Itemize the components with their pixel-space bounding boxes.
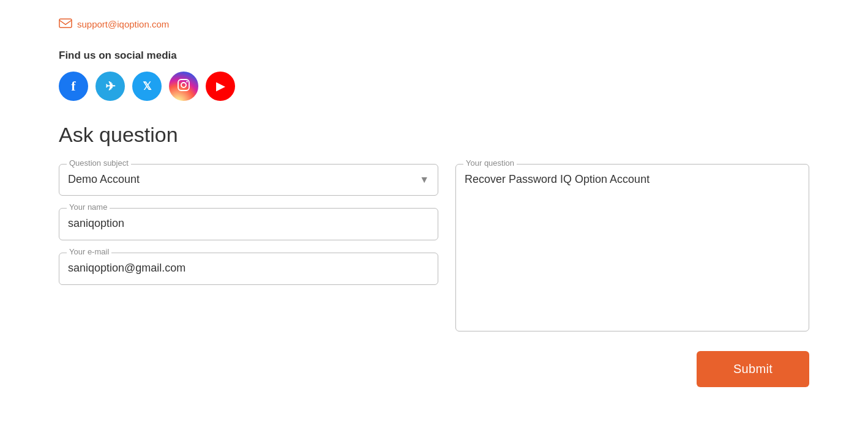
youtube-icon: ▶ xyxy=(216,80,225,93)
telegram-link[interactable]: ✈ xyxy=(95,72,125,101)
ask-question-section: Ask question Question subject Demo Accou… xyxy=(59,123,809,387)
question-subject-wrapper: Question subject Demo Account Real Accou… xyxy=(59,164,438,196)
twitter-icon: 𝕏 xyxy=(143,80,152,93)
email-icon xyxy=(59,18,72,30)
submit-button[interactable]: Submit xyxy=(697,351,809,387)
form-left-column: Question subject Demo Account Real Accou… xyxy=(59,164,438,331)
social-section-label: Find us on social media xyxy=(59,50,809,62)
your-name-wrapper: Your name xyxy=(59,208,438,240)
svg-rect-0 xyxy=(59,19,72,28)
svg-point-3 xyxy=(186,81,187,82)
email-address-text: support@iqoption.com xyxy=(77,19,169,29)
your-email-input[interactable] xyxy=(68,259,429,277)
telegram-icon: ✈ xyxy=(105,79,116,94)
question-subject-select[interactable]: Demo Account Real Account Deposits Withd… xyxy=(68,171,429,188)
social-media-section: Find us on social media f ✈ 𝕏 ▶ xyxy=(59,50,809,101)
your-name-label: Your name xyxy=(67,202,110,212)
your-question-wrapper: Your question Recover Password IQ Option… xyxy=(455,164,809,331)
facebook-link[interactable]: f xyxy=(59,72,88,101)
your-name-input[interactable] xyxy=(68,215,429,232)
social-icons-row: f ✈ 𝕏 ▶ xyxy=(59,72,809,101)
your-email-wrapper: Your e-mail xyxy=(59,253,438,285)
submit-row: Submit xyxy=(59,351,809,387)
your-question-label: Your question xyxy=(463,158,517,168)
svg-point-2 xyxy=(181,83,186,87)
instagram-icon xyxy=(177,78,190,95)
youtube-link[interactable]: ▶ xyxy=(206,72,235,101)
support-email-link[interactable]: support@iqoption.com xyxy=(59,18,809,30)
form-right-column: Your question Recover Password IQ Option… xyxy=(455,164,809,331)
twitter-link[interactable]: 𝕏 xyxy=(132,72,162,101)
your-question-textarea[interactable]: Recover Password IQ Option Account xyxy=(465,173,800,320)
ask-question-title: Ask question xyxy=(59,123,809,147)
your-email-label: Your e-mail xyxy=(67,247,111,256)
instagram-link[interactable] xyxy=(169,72,198,101)
facebook-icon: f xyxy=(71,78,75,94)
form-layout: Question subject Demo Account Real Accou… xyxy=(59,164,809,331)
question-subject-label: Question subject xyxy=(67,158,131,168)
